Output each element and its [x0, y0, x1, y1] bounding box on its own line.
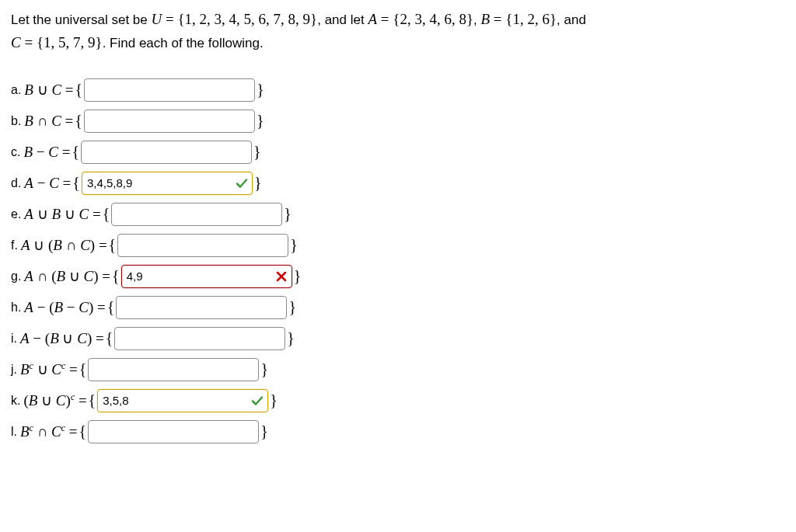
open-brace: { — [78, 360, 89, 378]
open-brace: { — [74, 81, 85, 99]
close-brace: } — [287, 298, 298, 316]
close-brace: } — [259, 422, 270, 440]
answer-input-wrap — [117, 234, 288, 257]
text: Let the universal set be — [11, 12, 152, 27]
part-label: a. B ∪ C = { — [11, 81, 84, 99]
close-brace: } — [253, 174, 264, 192]
part-row: d. A − C = {} — [11, 170, 785, 196]
close-brace: } — [285, 329, 296, 347]
part-row: i. A − (B ∪ C) = {} — [11, 325, 785, 352]
set-C: = {1, 5, 7, 9} — [21, 34, 103, 50]
sym-B: B — [480, 11, 490, 27]
set-U: = {1, 2, 3, 4, 5, 6, 7, 8, 9} — [162, 11, 317, 27]
part-expression: B − C = — [23, 144, 70, 161]
answer-input-wrap — [121, 265, 292, 288]
open-brace: { — [73, 112, 84, 130]
answer-input[interactable] — [121, 265, 292, 288]
open-brace: { — [110, 267, 121, 285]
open-brace: { — [107, 236, 118, 254]
sym-U: U — [152, 11, 162, 27]
answer-input[interactable] — [81, 141, 252, 164]
part-row: j. Bc ∪ Cc = {} — [11, 356, 785, 383]
text: . Find each of the following. — [103, 36, 264, 50]
answer-input[interactable] — [84, 78, 255, 102]
part-label: e. A ∪ B ∪ C = { — [11, 205, 111, 223]
part-label: k. (B ∪ C)c = { — [11, 391, 97, 409]
part-expression: A ∩ (B ∪ C) = — [24, 267, 110, 285]
part-row: h. A − (B − C) = {} — [11, 294, 785, 321]
open-brace: { — [101, 205, 112, 223]
set-B: = {1, 2, 6} — [490, 11, 557, 27]
part-expression: A − (B − C) = — [24, 299, 105, 316]
part-label: c. B − C = { — [11, 143, 81, 161]
answer-input[interactable] — [82, 172, 253, 195]
answer-input-wrap — [84, 110, 255, 133]
part-row: f. A ∪ (B ∩ C) = {} — [11, 232, 785, 259]
part-letter: i. — [11, 332, 17, 346]
part-row: a. B ∪ C = {} — [11, 77, 785, 103]
close-brace: } — [292, 267, 303, 285]
part-label: i. A − (B ∪ C) = { — [11, 329, 114, 347]
answer-input[interactable] — [88, 358, 259, 381]
part-label: d. A − C = { — [11, 174, 82, 192]
close-brace: } — [288, 236, 299, 254]
part-letter: a. — [11, 83, 21, 97]
part-expression: Bc ∪ Cc = — [20, 360, 78, 378]
answer-input[interactable] — [88, 420, 259, 443]
part-letter: e. — [11, 207, 21, 221]
answer-input-wrap — [88, 420, 259, 443]
parts-list: a. B ∪ C = {}b. B ∩ C = {}c. B − C = {}d… — [11, 77, 785, 445]
open-brace: { — [104, 329, 115, 347]
sym-C: C — [11, 34, 21, 50]
part-expression: A ∪ B ∪ C = — [24, 205, 100, 223]
text: , and let — [317, 12, 368, 27]
answer-input-wrap — [114, 327, 285, 350]
close-brace: } — [255, 81, 266, 99]
close-brace: } — [252, 143, 263, 161]
answer-input[interactable] — [97, 389, 268, 412]
part-label: l. Bc ∩ Cc = { — [11, 422, 88, 440]
open-brace: { — [70, 143, 81, 161]
answer-input-wrap — [97, 389, 268, 412]
part-letter: h. — [11, 301, 21, 315]
part-label: g. A ∩ (B ∪ C) = { — [11, 267, 121, 285]
close-brace: } — [255, 112, 266, 130]
answer-input-wrap — [82, 172, 253, 195]
part-expression: A − (B ∪ C) = — [20, 329, 104, 347]
close-brace: } — [259, 360, 270, 378]
open-brace: { — [78, 422, 89, 440]
part-expression: Bc ∩ Cc = — [20, 422, 78, 440]
answer-input[interactable] — [117, 234, 288, 257]
problem-statement: Let the universal set be U = {1, 2, 3, 4… — [11, 8, 785, 55]
answer-input-wrap — [81, 141, 252, 164]
part-label: f. A ∪ (B ∩ C) = { — [11, 236, 117, 254]
part-expression: (B ∪ C)c = — [23, 391, 86, 409]
part-label: b. B ∩ C = { — [11, 112, 84, 130]
answer-input-wrap — [111, 203, 282, 226]
part-letter: l. — [11, 425, 17, 439]
part-letter: f. — [11, 238, 18, 252]
answer-input[interactable] — [114, 327, 285, 350]
part-expression: A ∪ (B ∩ C) = — [21, 236, 107, 254]
part-row: e. A ∪ B ∪ C = {} — [11, 201, 785, 228]
answer-input[interactable] — [84, 110, 255, 133]
part-row: b. B ∩ C = {} — [11, 108, 785, 134]
part-row: g. A ∩ (B ∪ C) = {} — [11, 263, 785, 290]
open-brace: { — [87, 391, 98, 409]
part-letter: b. — [11, 114, 21, 128]
part-letter: d. — [11, 176, 21, 190]
close-brace: } — [268, 391, 279, 409]
answer-input-wrap — [116, 296, 287, 319]
answer-input[interactable] — [111, 203, 282, 226]
part-row: k. (B ∪ C)c = {} — [11, 388, 785, 414]
part-expression: B ∩ C = — [24, 113, 73, 130]
part-row: c. B − C = {} — [11, 139, 785, 165]
part-label: j. Bc ∪ Cc = { — [11, 360, 88, 378]
close-brace: } — [282, 205, 293, 223]
sym-A: A — [368, 11, 377, 27]
part-label: h. A − (B − C) = { — [11, 298, 116, 316]
part-letter: g. — [11, 269, 21, 283]
part-letter: k. — [11, 394, 20, 408]
answer-input[interactable] — [116, 296, 287, 319]
part-row: l. Bc ∩ Cc = {} — [11, 419, 785, 445]
